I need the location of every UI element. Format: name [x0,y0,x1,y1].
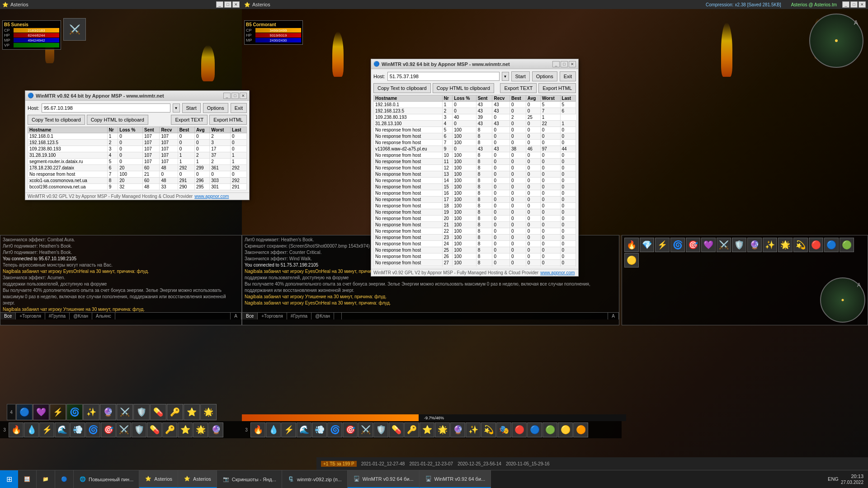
skill-slot-left-3[interactable]: ⚡ [50,404,66,420]
bottom-slot-right-21[interactable]: 🟡 [558,422,573,437]
bottom-slot-right-6[interactable]: 🌀 [327,422,342,437]
winmtr-large-close[interactable]: ✕ [569,61,576,67]
asterios-titlebar-left[interactable]: ⭐ Asterios _ □ ✕ [0,0,242,9]
skill-slot-left-11[interactable]: ⭐ [184,404,200,420]
chat-tab-group-left[interactable]: #Группа [45,313,70,319]
bottom-slot-right-11[interactable]: 🔑 [404,422,419,437]
start-btn-small[interactable]: Start [182,103,201,113]
skill-r-6[interactable]: 💜 [701,238,716,252]
taskbar-lang[interactable]: ENG [828,476,839,482]
skill-slot-left-5[interactable]: ✨ [83,404,99,420]
exit-btn-small[interactable]: Exit [231,103,247,113]
chat-input-left[interactable] [115,313,231,319]
bottom-slot-right-10[interactable]: 💊 [389,422,404,437]
skill-r-10[interactable]: ✨ [763,238,777,252]
skill-r-7[interactable]: ⚔️ [717,238,731,252]
winmtr-large-titlebar[interactable]: 🔵 WinMTR v0.92 64 bit by Appnor MSP - ww… [371,59,578,69]
bottom-slot-right-20[interactable]: 🟢 [542,422,557,437]
skill-r-1[interactable]: 🔥 [624,238,639,252]
skill-slot-left-12[interactable]: 🌟 [200,404,217,420]
chat-tab-x-right[interactable] [334,313,342,319]
winmtr-small-status-link[interactable]: www.appnor.com [194,194,229,199]
taskbar-item-asterios-1[interactable]: ⭐ Asterios [139,470,178,488]
bottom-slot-right-16[interactable]: 💫 [481,422,496,437]
skill-r-13[interactable]: 🔴 [809,238,823,252]
minimap-right[interactable]: A [809,14,863,68]
copy-text-btn-small[interactable]: Copy Text to clipboard [28,115,85,125]
minimap-right-panel[interactable]: A [820,277,865,323]
skill-r-11[interactable]: 🌟 [778,238,793,252]
host-input-small[interactable] [42,103,170,113]
saved-file-2[interactable]: 2021-01-22_12-23-07 [409,461,453,466]
minimize-btn-left[interactable]: _ [216,1,223,8]
chat-input-right[interactable] [342,313,608,319]
bottom-slot-right-18[interactable]: 🔴 [512,422,527,437]
bottom-slot-right-22[interactable]: 🟠 [573,422,588,437]
bottom-slot-right-14[interactable]: 🔮 [450,422,465,437]
taskbar-item-winmtr-zip[interactable]: 🗜️ winmtr-v092.zip (п... [282,470,348,488]
bottom-slot-right-12[interactable]: ⭐ [420,422,434,437]
skill-slot-left-9[interactable]: 💊 [150,404,166,420]
bottom-slot-left-2[interactable]: 💧 [24,422,39,437]
export-html-btn-large[interactable]: Export HTML [538,83,576,93]
taskbar-item-winmtr-2[interactable]: 🖥️ WinMTR v0.92 64 би... [420,470,491,488]
host-input-large[interactable] [387,72,500,81]
maximize-btn-left[interactable]: □ [224,1,231,8]
options-btn-large[interactable]: Options [532,71,557,81]
bottom-slot-right-9[interactable]: 🛡️ [373,422,388,437]
bottom-slot-left-7[interactable]: 🎯 [101,422,116,437]
chat-tab-clan-left[interactable]: @Клан [70,313,92,319]
taskbar-item-1[interactable]: 🪟 [18,470,37,488]
bottom-slot-left-5[interactable]: 💨 [70,422,85,437]
skill-slot-left-4[interactable]: 🌀 [66,404,83,420]
skill-slot-left-6[interactable]: 🔮 [100,404,116,420]
asterios-titlebar-right[interactable]: ⭐ Asterios Compression: x2.38 [Saved 281… [242,0,868,9]
chat-tab-trade-right[interactable]: +Торговля [258,313,287,319]
winmtr-large-maximize[interactable]: □ [561,61,568,67]
winmtr-large-minimize[interactable]: _ [552,61,560,67]
winmtr-small-maximize[interactable]: □ [231,93,239,99]
winmtr-small-close[interactable]: ✕ [240,93,247,99]
start-btn-large[interactable]: Start [511,71,530,81]
maximize-btn-right[interactable]: □ [850,1,858,8]
bottom-slot-left-3[interactable]: ⚡ [39,422,54,437]
bottom-slot-left-9[interactable]: 🛡️ [132,422,146,437]
taskbar-item-chrome[interactable]: 🌐 Повышенный пин... [74,470,139,488]
skill-r-12[interactable]: 💫 [793,238,808,252]
skill-r-4[interactable]: 🌀 [670,238,685,252]
export-text-btn-small[interactable]: Export TEXT [171,115,208,125]
skill-slot-left-2[interactable]: 💜 [33,404,49,420]
winmtr-large-table-container[interactable]: Hostname Nr Loss % Sent Recv Best Avg Wo… [373,95,576,267]
bottom-slot-right-3[interactable]: ⚡ [281,422,296,437]
skill-r-5[interactable]: 🎯 [686,238,700,252]
bottom-slot-left-4[interactable]: 🌊 [55,422,70,437]
skill-slot-left-10[interactable]: 🔑 [167,404,183,420]
skill-r-16[interactable]: 🟡 [624,253,639,267]
copy-text-btn-large[interactable]: Copy Text to clipboard [373,83,431,93]
skill-r-2[interactable]: 💎 [640,238,654,252]
bottom-slot-right-2[interactable]: 💧 [266,422,281,437]
options-btn-small[interactable]: Options [203,103,228,113]
exit-btn-large[interactable]: Exit [560,71,576,81]
bottom-slot-left-13[interactable]: 🌟 [193,422,208,437]
skill-r-15[interactable]: 🟢 [840,238,854,252]
taskbar-item-asterios-2[interactable]: ⭐ Asterios [178,470,217,488]
winmtr-large-status-link[interactable]: www.appnor.com [540,270,575,275]
skill-slot-left-8[interactable]: 🛡️ [133,404,150,420]
chat-tab-group-right[interactable]: #Группа [287,313,311,319]
chat-tab-clan-right[interactable]: @Клан [311,313,334,319]
minimize-btn-right[interactable]: _ [842,1,849,8]
skill-slot-left-7[interactable]: ⚔️ [117,404,133,420]
skill-r-14[interactable]: 🔵 [824,238,839,252]
bottom-slot-right-4[interactable]: 🌊 [297,422,311,437]
skill-r-3[interactable]: ⚡ [655,238,670,252]
taskbar-start-button[interactable]: ⊞ [0,470,18,488]
bottom-slot-right-13[interactable]: 🌟 [435,422,450,437]
bottom-slot-right-19[interactable]: 🔵 [527,422,542,437]
bottom-slot-right-5[interactable]: 💨 [312,422,327,437]
taskbar-item-screenshots[interactable]: 📷 Скриншоты - Янд... [217,470,282,488]
bottom-slot-right-7[interactable]: 🎯 [343,422,358,437]
saved-file-4[interactable]: 2020-11-05_15-29-16 [506,461,550,466]
bottom-slot-left-8[interactable]: ⚔️ [116,422,131,437]
winmtr-small-minimize[interactable]: _ [223,93,231,99]
